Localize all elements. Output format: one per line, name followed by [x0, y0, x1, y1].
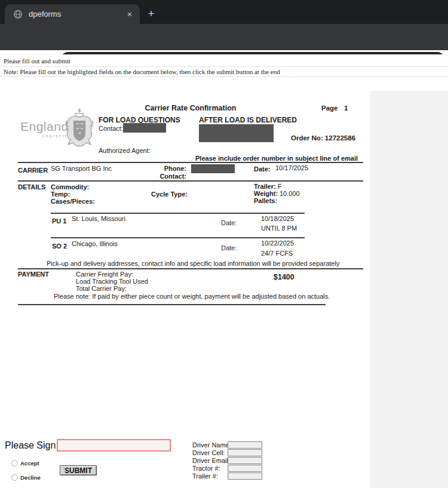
stop1-date-label: Date: — [221, 219, 237, 226]
trailer-value: F — [278, 183, 282, 190]
carrier-date-value: 10/17/2025 — [275, 164, 308, 171]
divider — [18, 180, 363, 182]
tractor-number-input[interactable] — [228, 465, 262, 472]
england-crest-icon — [63, 106, 96, 149]
stop2-date-value: 10/22/2025 — [261, 240, 294, 247]
weight-value: 10.000 — [280, 190, 300, 197]
browser-window: dpeforms × + ← → apps.englandlogistics.t… — [0, 0, 448, 488]
trailer-number-label: Trailer #: — [192, 472, 218, 480]
submit-button[interactable]: SUBMIT — [60, 465, 97, 475]
driver-email-label: Driver Email: — [192, 457, 230, 464]
separate-info-note: Pick-up and delivery addresses, contact … — [47, 260, 339, 267]
payment-amount: $1400 — [274, 273, 294, 281]
notice-line-2: Note: Please fill out the highlighted fi… — [0, 67, 448, 77]
tab-title: dpeforms — [29, 10, 124, 19]
please-sign-label: Please Sign: — [5, 440, 59, 451]
signature-input[interactable] — [57, 439, 171, 452]
decline-radio[interactable] — [11, 474, 18, 481]
redacted-after-load-value — [199, 124, 274, 142]
driver-name-input[interactable] — [228, 441, 262, 449]
driver-email-input[interactable] — [228, 457, 262, 464]
redacted-phone-value — [191, 164, 235, 173]
carrier-date-label: Date: — [254, 165, 271, 173]
divider — [51, 213, 305, 214]
page-label: Page — [321, 105, 338, 112]
carrier-phone-label: Phone: — [147, 165, 186, 172]
trailer-label: Trailer: — [254, 183, 276, 190]
tractor-number-label: Tractor #: — [192, 465, 220, 472]
carrier-name: SG Transport BG Inc — [51, 165, 112, 172]
stop1-code: PU 1 — [52, 217, 66, 225]
include-order-note: Please include order number in subject l… — [195, 155, 358, 162]
england-logo-text: England — [20, 119, 69, 134]
cases-pieces-label: Cases/Pieces: — [51, 198, 95, 205]
globe-icon — [13, 10, 23, 19]
new-tab-button[interactable]: + — [143, 6, 159, 22]
tab-close-icon[interactable]: × — [124, 9, 135, 20]
stop2-code: SO 2 — [52, 243, 67, 250]
rate-confirmation-document: Carrier Rate Confirmation Page 1 England… — [0, 91, 370, 488]
details-section-label: DETAILS — [18, 183, 45, 191]
load-tracking-label: Load Tracking Tool Used — [76, 278, 148, 285]
cycle-type-label: Cycle Type: — [151, 191, 188, 198]
carrier-contact-label: Contact: — [147, 173, 186, 180]
driver-cell-input[interactable] — [228, 449, 262, 456]
weight-label: Weight: — [254, 190, 278, 197]
browser-toolbar: ← → apps.englandlogistics.tenderloads.co… — [0, 24, 448, 50]
stop1-time-value: UNTIL 8 PM — [261, 225, 297, 232]
order-number: Order No: 12722586 — [291, 134, 355, 142]
viewer-side-gutter — [370, 91, 448, 488]
trailer-number-input[interactable] — [228, 472, 262, 480]
tab-bar: dpeforms × + — [0, 0, 448, 24]
after-load-heading: AFTER LOAD IS DELIVERED — [199, 116, 297, 124]
payment-section-label: PAYMENT — [18, 271, 49, 278]
tab-dpeforms[interactable]: dpeforms × — [5, 4, 140, 24]
stop2-date-label: Date: — [221, 244, 237, 251]
page-number: 1 — [344, 105, 348, 112]
contact-label: Contact: — [99, 125, 123, 132]
divider — [51, 237, 305, 238]
stop2-location: Chicago, Illinois — [72, 240, 118, 247]
temp-label: Temp: — [51, 191, 70, 198]
notice-line-1: Please fill out and submit — [0, 54, 448, 67]
driver-name-label: Driver Name: — [192, 441, 231, 449]
carrier-section-label: CARRIER — [18, 167, 48, 174]
driver-cell-label: Driver Cell: — [192, 449, 225, 456]
redacted-contact-value — [123, 123, 166, 133]
payment-note: Please note: If paid by either piece cou… — [54, 293, 330, 300]
total-carrier-pay-label: Total Carrier Pay: — [76, 285, 127, 292]
decline-radio-label: Decline — [20, 474, 41, 481]
divider — [18, 304, 326, 305]
stop2-time-value: 24/7 FCFS — [261, 250, 293, 257]
accept-radio-label: Accept — [20, 460, 39, 466]
authorized-agent-label: Authorized Agent: — [99, 147, 151, 154]
accept-radio[interactable] — [11, 460, 18, 466]
divider — [18, 162, 363, 163]
pallets-label: Pallets: — [254, 197, 277, 204]
carrier-freight-pay-label: Carrier Freight Pay: — [76, 271, 133, 278]
commodity-label: Commodity: — [51, 183, 89, 191]
stop1-date-value: 10/18/2025 — [261, 215, 294, 222]
stop1-location: St. Louis, Missouri — [72, 215, 125, 222]
divider — [18, 268, 363, 269]
